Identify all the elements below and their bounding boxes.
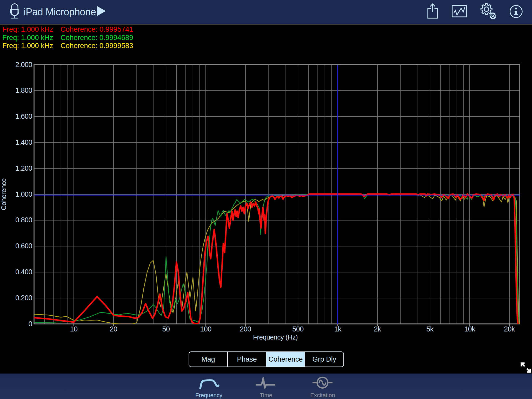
- svg-text:1.800: 1.800: [15, 87, 32, 94]
- svg-text:Frequency (Hz): Frequency (Hz): [253, 333, 298, 341]
- svg-text:Coherence: Coherence: [0, 178, 8, 210]
- svg-text:1k: 1k: [334, 325, 342, 333]
- svg-text:20: 20: [110, 325, 117, 333]
- svg-text:20k: 20k: [504, 325, 515, 333]
- svg-text:1.400: 1.400: [15, 138, 32, 146]
- svg-text:1.000: 1.000: [15, 190, 32, 198]
- svg-text:500: 500: [292, 325, 304, 333]
- svg-text:0: 0: [28, 320, 32, 328]
- svg-text:0.200: 0.200: [15, 294, 32, 302]
- svg-text:0.600: 0.600: [15, 242, 32, 250]
- svg-text:200: 200: [240, 325, 251, 333]
- svg-text:1.600: 1.600: [15, 112, 32, 120]
- svg-text:10k: 10k: [464, 325, 475, 333]
- svg-text:0.800: 0.800: [15, 216, 32, 224]
- svg-text:2.000: 2.000: [15, 61, 32, 69]
- svg-text:1.200: 1.200: [15, 164, 32, 172]
- svg-text:50: 50: [162, 325, 170, 333]
- svg-text:2k: 2k: [374, 325, 381, 333]
- svg-text:100: 100: [200, 325, 211, 333]
- svg-text:0.400: 0.400: [15, 268, 32, 276]
- svg-text:10: 10: [70, 325, 77, 333]
- svg-text:5k: 5k: [426, 325, 434, 333]
